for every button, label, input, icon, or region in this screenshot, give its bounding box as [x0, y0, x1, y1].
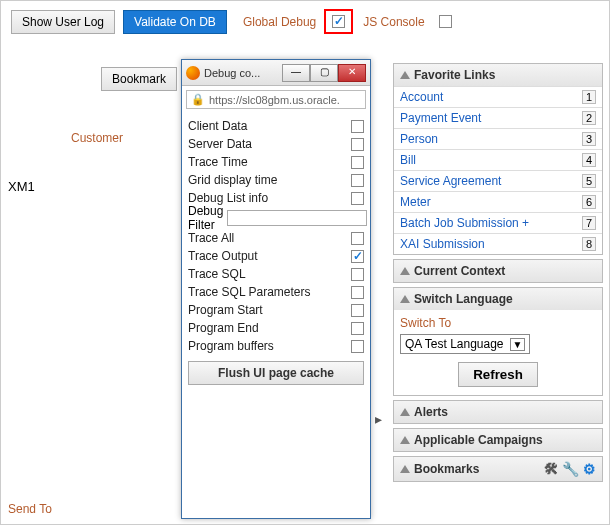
favorite-link-row: XAI Submission8: [394, 233, 602, 254]
favorite-link[interactable]: XAI Submission: [400, 237, 485, 251]
favorite-link[interactable]: Batch Job Submission +: [400, 216, 529, 230]
language-selected: QA Test Language: [405, 337, 504, 351]
collapse-icon: [400, 465, 410, 473]
tool-icon[interactable]: 🛠: [544, 461, 558, 477]
debug-filter-label: Debug Filter: [188, 204, 223, 232]
program-start-checkbox[interactable]: [351, 304, 364, 317]
refresh-button[interactable]: Refresh: [458, 362, 538, 387]
expander-handle-icon[interactable]: ▸: [375, 411, 382, 427]
window-titlebar[interactable]: Debug co... — ▢ ✕: [182, 60, 370, 86]
address-bar[interactable]: 🔒 https://slc08gbm.us.oracle.: [186, 90, 366, 109]
trace-output-checkbox[interactable]: [351, 250, 364, 263]
collapse-icon: [400, 295, 410, 303]
favorite-shortcut[interactable]: 4: [582, 153, 596, 167]
client-data-checkbox[interactable]: [351, 120, 364, 133]
global-debug-highlight: [324, 9, 353, 34]
bookmarks-title: Bookmarks: [414, 462, 479, 476]
global-debug-checkbox[interactable]: [332, 15, 345, 28]
favorite-shortcut[interactable]: 1: [582, 90, 596, 104]
favorite-link-row: Meter6: [394, 191, 602, 212]
debug-option-server-data: Server Data: [188, 135, 364, 153]
debug-filter-input[interactable]: [227, 210, 367, 226]
favorite-link-row: Batch Job Submission +7: [394, 212, 602, 233]
collapse-icon: [400, 408, 410, 416]
switch-language-header[interactable]: Switch Language: [394, 288, 602, 310]
bookmark-button[interactable]: Bookmark: [101, 67, 177, 91]
collapse-icon: [400, 267, 410, 275]
server-data-checkbox[interactable]: [351, 138, 364, 151]
alerts-title: Alerts: [414, 405, 448, 419]
debug-option-trace-all: Trace All: [188, 229, 364, 247]
debug-option-label: Client Data: [188, 119, 247, 133]
validate-on-db-button[interactable]: Validate On DB: [123, 10, 227, 34]
bookmarks-panel: Bookmarks 🛠 🔧 ⚙: [393, 456, 603, 482]
favorite-shortcut[interactable]: 5: [582, 174, 596, 188]
debug-console-window: Debug co... — ▢ ✕ 🔒 https://slc08gbm.us.…: [181, 59, 371, 519]
collapse-icon: [400, 436, 410, 444]
debug-option-client-data: Client Data: [188, 117, 364, 135]
applicable-campaigns-title: Applicable Campaigns: [414, 433, 543, 447]
favorite-link[interactable]: Meter: [400, 195, 431, 209]
collapse-icon: [400, 71, 410, 79]
debug-option-program-buffers: Program buffers: [188, 337, 364, 355]
show-user-log-button[interactable]: Show User Log: [11, 10, 115, 34]
top-toolbar: Show User Log Validate On DB Global Debu…: [1, 1, 609, 42]
debug-option-trace-sql-parameters: Trace SQL Parameters: [188, 283, 364, 301]
favorite-links-title: Favorite Links: [414, 68, 495, 82]
debug-option-label: Server Data: [188, 137, 252, 151]
debug-option-label: Grid display time: [188, 173, 277, 187]
gear-icon[interactable]: ⚙: [583, 461, 596, 477]
window-close-button[interactable]: ✕: [338, 64, 366, 82]
trace-time-checkbox[interactable]: [351, 156, 364, 169]
wrench-icon[interactable]: 🔧: [562, 461, 579, 477]
applicable-campaigns-panel: Applicable Campaigns: [393, 428, 603, 452]
address-url: https://slc08gbm.us.oracle.: [209, 94, 340, 106]
debug-option-label: Program End: [188, 321, 259, 335]
favorite-link[interactable]: Bill: [400, 153, 416, 167]
favorite-shortcut[interactable]: 8: [582, 237, 596, 251]
language-select[interactable]: QA Test Language ▼: [400, 334, 530, 354]
program-end-checkbox[interactable]: [351, 322, 364, 335]
favorite-link-row: Person3: [394, 128, 602, 149]
grid-display-time-checkbox[interactable]: [351, 174, 364, 187]
lock-icon: 🔒: [191, 93, 205, 106]
debug-option-label: Debug List info: [188, 191, 268, 205]
favorite-link[interactable]: Payment Event: [400, 111, 481, 125]
applicable-campaigns-header[interactable]: Applicable Campaigns: [394, 429, 602, 451]
favorite-shortcut[interactable]: 3: [582, 132, 596, 146]
favorite-shortcut[interactable]: 6: [582, 195, 596, 209]
js-console-checkbox[interactable]: [439, 15, 452, 28]
global-debug-label: Global Debug: [235, 15, 316, 29]
alerts-header[interactable]: Alerts: [394, 401, 602, 423]
favorite-link[interactable]: Person: [400, 132, 438, 146]
favorite-shortcut[interactable]: 2: [582, 111, 596, 125]
switch-language-panel: Switch Language Switch To QA Test Langua…: [393, 287, 603, 396]
debug-option-trace-time: Trace Time: [188, 153, 364, 171]
chevron-down-icon: ▼: [510, 338, 526, 351]
debug-body: Client DataServer DataTrace TimeGrid dis…: [182, 113, 370, 518]
trace-sql-parameters-checkbox[interactable]: [351, 286, 364, 299]
alerts-panel: Alerts: [393, 400, 603, 424]
trace-all-checkbox[interactable]: [351, 232, 364, 245]
trace-sql-checkbox[interactable]: [351, 268, 364, 281]
window-minimize-button[interactable]: —: [282, 64, 310, 82]
debug-list-info-checkbox[interactable]: [351, 192, 364, 205]
favorite-links-header[interactable]: Favorite Links: [394, 64, 602, 86]
favorite-link-row: Payment Event2: [394, 107, 602, 128]
current-context-header[interactable]: Current Context: [394, 260, 602, 282]
js-console-label: JS Console: [361, 15, 424, 29]
send-to-link[interactable]: Send To: [8, 502, 52, 516]
debug-option-label: Program buffers: [188, 339, 274, 353]
flush-ui-cache-button[interactable]: Flush UI page cache: [188, 361, 364, 385]
window-maximize-button[interactable]: ▢: [310, 64, 338, 82]
favorite-link[interactable]: Account: [400, 90, 443, 104]
customer-link[interactable]: Customer: [71, 131, 123, 145]
favorite-shortcut[interactable]: 7: [582, 216, 596, 230]
bookmarks-header[interactable]: Bookmarks 🛠 🔧 ⚙: [394, 457, 602, 481]
favorite-link[interactable]: Service Agreement: [400, 174, 501, 188]
current-context-panel: Current Context: [393, 259, 603, 283]
program-buffers-checkbox[interactable]: [351, 340, 364, 353]
current-context-title: Current Context: [414, 264, 505, 278]
firefox-icon: [186, 66, 200, 80]
debug-option-label: Trace SQL: [188, 267, 246, 281]
